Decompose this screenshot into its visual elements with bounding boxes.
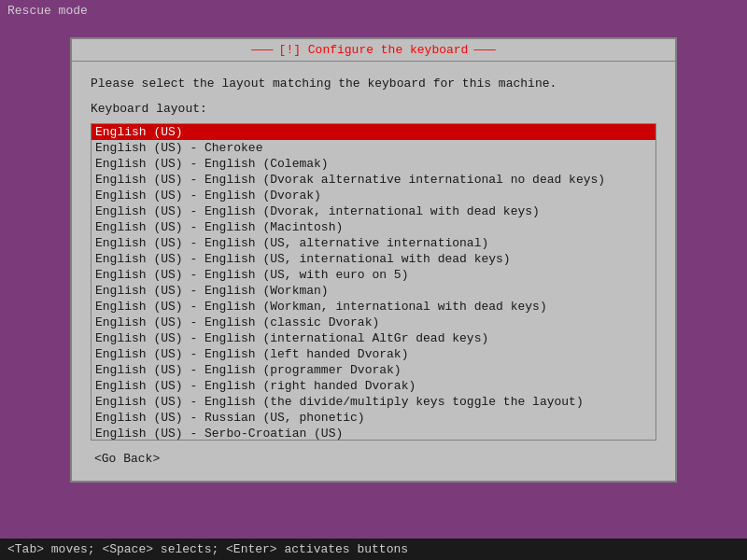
dialog-body: Please select the layout matching the ke… <box>72 62 675 481</box>
list-item[interactable]: English (US) - English (US, with euro on… <box>92 267 655 283</box>
go-back-container: <Go Back> <box>91 452 656 466</box>
list-item[interactable]: English (US) - Cherokee <box>92 140 655 156</box>
list-item[interactable]: English (US) <box>92 124 655 140</box>
keyboard-layout-list[interactable]: English (US)English (US) - CherokeeEngli… <box>91 123 656 441</box>
dialog-description: Please select the layout matching the ke… <box>91 77 656 91</box>
list-item[interactable]: English (US) - English (classic Dvorak) <box>92 315 655 330</box>
layout-label: Keyboard layout: <box>91 102 656 116</box>
list-item[interactable]: English (US) - English (Workman) <box>92 283 655 299</box>
list-item[interactable]: English (US) - English (right handed Dvo… <box>92 378 655 394</box>
title-bar: Rescue mode <box>0 0 747 21</box>
list-item[interactable]: English (US) - English (the divide/multi… <box>92 394 655 410</box>
list-item[interactable]: English (US) - English (international Al… <box>92 330 655 346</box>
list-item[interactable]: English (US) - English (Dvorak, internat… <box>92 203 655 219</box>
dialog-container: ——— [!] Configure the keyboard ——— Pleas… <box>70 37 677 483</box>
dialog-title-bar: ——— [!] Configure the keyboard ——— <box>72 39 675 62</box>
status-bar-text: <Tab> moves; <Space> selects; <Enter> ac… <box>7 542 408 556</box>
dialog-title-left-border: ——— <box>251 43 273 57</box>
dialog-title-text: [!] Configure the keyboard <box>279 43 469 57</box>
list-item[interactable]: English (US) - Serbo-Croatian (US) <box>92 426 655 441</box>
title-bar-text: Rescue mode <box>7 4 88 18</box>
list-item[interactable]: English (US) - English (Dvorak) <box>92 188 655 203</box>
list-item[interactable]: English (US) - English (Macintosh) <box>92 219 655 235</box>
dialog-title-right-border: ——— <box>473 43 495 57</box>
go-back-button[interactable]: <Go Back> <box>94 452 160 466</box>
list-item[interactable]: English (US) - English (US, alternative … <box>92 235 655 251</box>
list-item[interactable]: English (US) - English (US, internationa… <box>92 251 655 267</box>
list-item[interactable]: English (US) - Russian (US, phonetic) <box>92 410 655 426</box>
list-item[interactable]: English (US) - English (Workman, interna… <box>92 299 655 315</box>
list-item[interactable]: English (US) - English (left handed Dvor… <box>92 346 655 362</box>
list-item[interactable]: English (US) - English (Colemak) <box>92 156 655 172</box>
list-item[interactable]: English (US) - English (Dvorak alternati… <box>92 172 655 188</box>
status-bar: <Tab> moves; <Space> selects; <Enter> ac… <box>0 539 747 560</box>
list-item[interactable]: English (US) - English (programmer Dvora… <box>92 362 655 378</box>
